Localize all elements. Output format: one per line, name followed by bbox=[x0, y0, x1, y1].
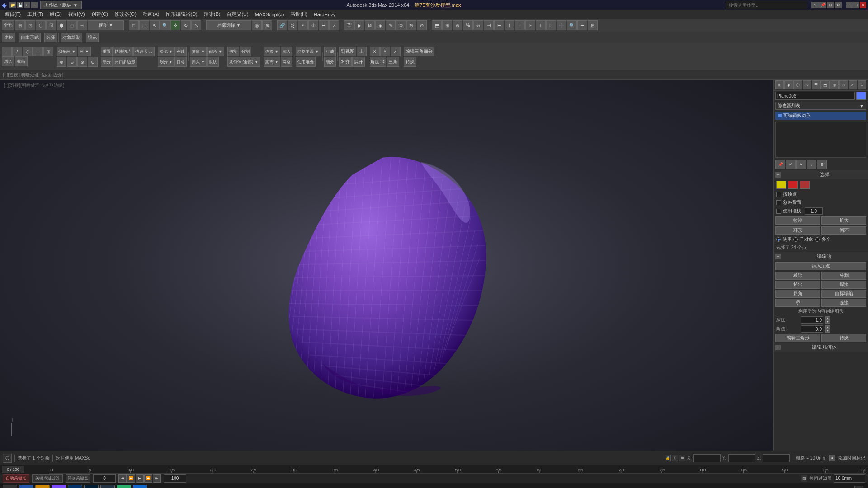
expand-btn[interactable]: ⊞ bbox=[827, 2, 834, 8]
extrude-btn[interactable]: 挤出 ▼ bbox=[190, 47, 207, 56]
pivot-center-btn[interactable]: ◎ bbox=[252, 20, 262, 30]
tb-icon-18[interactable]: ⊤ bbox=[515, 20, 525, 30]
pin-btn[interactable]: 📌 bbox=[819, 2, 826, 8]
inset-btn[interactable]: 插入 ▼ bbox=[190, 57, 207, 67]
split-btn-rp[interactable]: 分割 bbox=[821, 272, 866, 280]
rp-icon-5[interactable]: ☰ bbox=[812, 80, 821, 89]
tb-icon-12[interactable]: ⊗ bbox=[396, 20, 406, 30]
maximize-btn[interactable]: □ bbox=[853, 2, 859, 8]
select-region-btn[interactable]: □ bbox=[129, 20, 139, 30]
taskbar-app-files[interactable]: 📁 bbox=[35, 485, 50, 488]
slice-btn[interactable]: 快速 切片 bbox=[133, 47, 155, 56]
search-input[interactable] bbox=[726, 1, 807, 9]
settings-btn[interactable]: ⚙ bbox=[835, 2, 842, 8]
obj-paint-btn[interactable]: 对象绘制 bbox=[61, 33, 82, 42]
tb-poly-3[interactable]: ⊗ bbox=[77, 57, 87, 67]
stack-x-btn[interactable]: ✕ bbox=[796, 160, 806, 169]
menu-btn-2[interactable]: 💾 bbox=[17, 2, 23, 8]
shrink-btn[interactable]: 收缩 bbox=[15, 56, 28, 66]
tb-icon-2[interactable]: ⊡ bbox=[25, 20, 35, 30]
snap-toggle[interactable]: ⊞ bbox=[801, 475, 807, 482]
tb-icon-25[interactable]: ⊞ bbox=[588, 20, 598, 30]
yellow-swatch[interactable] bbox=[776, 181, 786, 189]
connect-btn-rp[interactable]: 连接 bbox=[821, 299, 866, 307]
tb-poly-4[interactable]: ⊙ bbox=[88, 57, 98, 67]
front-view-btn[interactable]: 到视图 bbox=[339, 47, 356, 56]
object-name-input[interactable] bbox=[775, 92, 855, 100]
taskbar-app-cr[interactable]: Cr bbox=[100, 485, 115, 488]
depth-down-btn[interactable]: ▼ bbox=[825, 320, 830, 324]
turn-btn-rp[interactable]: 转换 bbox=[821, 334, 866, 342]
taskbar-app-3dsmax[interactable]: 3 bbox=[52, 485, 66, 488]
ring-btn-rp[interactable]: 环形 bbox=[775, 226, 820, 235]
render-setup-btn[interactable]: 🎬 bbox=[344, 20, 354, 30]
tb-icon-24[interactable]: ☰ bbox=[577, 20, 587, 30]
tb-icon-3[interactable]: ⬡ bbox=[36, 20, 46, 30]
stack-value-input[interactable] bbox=[805, 207, 823, 215]
mesh-smooth-btn[interactable]: 网格平滑 ▼ bbox=[296, 47, 321, 56]
chamfer-btn-rp[interactable]: 切角 bbox=[775, 290, 820, 298]
grid-icon[interactable]: ⊞ bbox=[672, 455, 678, 461]
chamfer-dropdown[interactable]: 切角环 ▼ bbox=[57, 47, 77, 56]
grow-btn-rp[interactable]: 扩大 bbox=[821, 216, 866, 225]
workspace-dropdown[interactable]: 工作区：默认 ▼ bbox=[40, 1, 82, 9]
link-btn[interactable]: 🔗 bbox=[277, 20, 287, 30]
attach-btn[interactable]: 封口多边形 bbox=[113, 57, 137, 67]
taskbar-app-zbrush[interactable]: Z bbox=[68, 485, 82, 488]
move-btn[interactable]: ✛ bbox=[170, 20, 180, 30]
gen-btn[interactable]: 生成 bbox=[324, 47, 336, 56]
soft-sel-btn[interactable]: 松弛 ▼ bbox=[158, 47, 175, 56]
auto-key-toggle[interactable]: ● bbox=[829, 455, 835, 461]
threshold-down-btn[interactable]: ▼ bbox=[825, 329, 830, 333]
free-form-btn[interactable]: 自由形式 bbox=[19, 33, 41, 42]
object-color-btn[interactable] bbox=[856, 92, 866, 100]
right-view-btn[interactable]: 展开 bbox=[352, 57, 365, 67]
poly-icon[interactable]: □ bbox=[33, 47, 43, 56]
shrink-btn-rp[interactable]: 收缩 bbox=[775, 216, 820, 225]
window-crossing-btn[interactable]: ⬚ bbox=[139, 20, 149, 30]
menu-modifiers[interactable]: 修改器(O) bbox=[112, 10, 139, 18]
tb-icon-8[interactable]: ⊕ bbox=[262, 20, 272, 30]
tb-icon-17[interactable]: ⊥ bbox=[505, 20, 514, 30]
tb-poly-2[interactable]: ⊖ bbox=[67, 57, 77, 67]
distance-btn[interactable]: 网格 bbox=[281, 57, 292, 67]
rp-icon-7[interactable]: ◎ bbox=[830, 80, 839, 89]
tb-icon-6[interactable]: ◌ bbox=[67, 20, 77, 30]
goto-start-btn[interactable]: ⏮ bbox=[118, 474, 127, 483]
tb-icon-1[interactable]: ⊞ bbox=[15, 20, 25, 30]
bevel-btn[interactable]: 倒角 ▼ bbox=[207, 47, 224, 56]
scale-btn[interactable]: ⤡ bbox=[191, 20, 201, 30]
remove-btn-rp[interactable]: 移除 bbox=[775, 272, 820, 280]
selection-collapse-btn[interactable]: ─ bbox=[775, 172, 781, 178]
align-z-btn[interactable]: Z bbox=[391, 47, 401, 56]
mirror-btn[interactable]: ⇔ bbox=[473, 20, 483, 30]
red-swatch-1[interactable] bbox=[788, 181, 798, 189]
menu-help[interactable]: 帮助(H) bbox=[288, 10, 310, 18]
autosmooth-btn-rp[interactable]: 自标塌陷 bbox=[821, 290, 866, 298]
menu-graph-editor[interactable]: 图形编辑器(D) bbox=[163, 10, 200, 18]
ring-dropdown[interactable]: 环 ▼ bbox=[78, 47, 90, 56]
stack-trash-btn[interactable]: 🗑 bbox=[817, 160, 827, 169]
convert-tri-btn[interactable]: 转换 bbox=[404, 57, 416, 67]
taskbar-app-ps[interactable]: Ps bbox=[84, 485, 99, 488]
align-y-btn[interactable]: Y bbox=[380, 47, 390, 56]
left-view-btn[interactable]: 对齐 bbox=[339, 57, 352, 67]
red-swatch-2[interactable] bbox=[800, 181, 810, 189]
create-btn[interactable]: 创建 bbox=[175, 47, 187, 56]
start-button[interactable]: 开始 bbox=[3, 485, 17, 488]
edit-edge-collapse-btn[interactable]: ─ bbox=[775, 254, 781, 259]
dist-chamfer-btn[interactable]: 距离 ▼ bbox=[264, 57, 280, 67]
subdivide-btn[interactable]: 使用堆叠 bbox=[296, 57, 316, 67]
tb-icon-7[interactable]: ⊸ bbox=[77, 20, 87, 30]
tb-icon-21[interactable]: ⊨ bbox=[546, 20, 556, 30]
split2-btn[interactable]: 分割 bbox=[240, 47, 251, 56]
tb-icon-14[interactable]: ⊙ bbox=[417, 20, 427, 30]
help-btn[interactable]: ? bbox=[811, 2, 819, 8]
select-btn2[interactable]: 选择 bbox=[44, 33, 57, 42]
vertex-icon[interactable]: · bbox=[2, 47, 12, 56]
rp-icon-6[interactable]: ⬒ bbox=[821, 80, 830, 89]
use-radio[interactable] bbox=[776, 237, 781, 242]
depth-up-btn[interactable]: ▲ bbox=[825, 316, 830, 320]
element-icon[interactable]: ⊞ bbox=[43, 47, 53, 56]
rp-icon-10[interactable]: ▽ bbox=[858, 80, 866, 89]
